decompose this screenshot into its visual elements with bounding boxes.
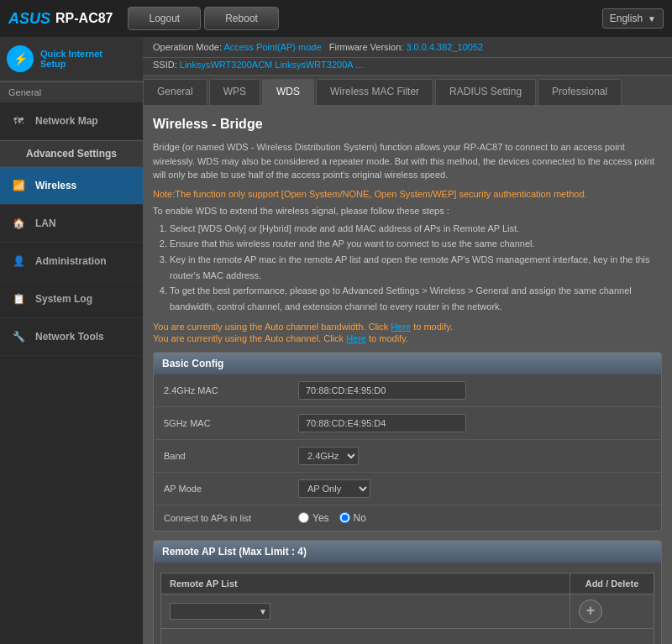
tab-general[interactable]: General	[143, 79, 207, 105]
tab-radius[interactable]: RADIUS Setting	[435, 79, 536, 105]
sidebar: ⚡ Quick Internet Setup General 🗺 Network…	[0, 37, 143, 644]
asus-logo: ASUS	[8, 10, 50, 28]
add-delete-cell: +	[570, 594, 654, 628]
lan-icon: 🏠	[8, 213, 29, 233]
connect-aps-value: Yes No	[298, 512, 651, 524]
tools-icon: 🔧	[8, 327, 29, 347]
connect-aps-row: Connect to APs in list Yes No	[154, 505, 661, 531]
connect-no-label: No	[354, 512, 366, 524]
remote-ap-table: Remote AP List Add / Delete	[160, 573, 654, 644]
col-remote-ap-list: Remote AP List	[161, 573, 570, 594]
connect-aps-label: Connect to APs in list	[164, 513, 298, 523]
step-2: Ensure that this wireless router and the…	[170, 236, 662, 252]
quick-setup-icon: ⚡	[7, 45, 34, 72]
admin-label: Administration	[35, 255, 107, 267]
chevron-down-icon: ▼	[648, 14, 656, 24]
tab-bar: General WPS WDS Wireless MAC Filter RADI…	[143, 76, 672, 107]
ap-mode-row: AP Mode AP Only WDS Only Hybrid	[154, 473, 661, 505]
mac-5ghz-label: 5GHz MAC	[164, 418, 298, 428]
steps-intro: To enable WDS to extend the wireless sig…	[153, 206, 662, 216]
connect-no-input[interactable]	[339, 512, 350, 523]
page-title: Wireless - Bridge	[153, 117, 662, 132]
ap-mode-label: AP Mode	[164, 484, 298, 494]
quick-setup[interactable]: ⚡ Quick Internet Setup	[0, 37, 143, 81]
mac-24ghz-value	[298, 381, 651, 400]
remote-ap-section: Remote AP List (Max Limit : 4) Remote AP…	[153, 540, 662, 644]
steps-list: Select [WDS Only] or [Hybrid] mode and a…	[170, 221, 662, 315]
connect-yes-label: Yes	[312, 512, 329, 524]
sidebar-item-wireless[interactable]: 📶 Wireless	[0, 167, 143, 205]
ap-select[interactable]	[170, 603, 270, 620]
layout: ⚡ Quick Internet Setup General 🗺 Network…	[0, 37, 672, 644]
admin-icon: 👤	[8, 251, 29, 271]
note-text: Note:The function only support [Open Sys…	[153, 189, 662, 199]
tab-mac-filter[interactable]: Wireless MAC Filter	[316, 79, 433, 105]
op-mode-link[interactable]: Access Point(AP) mode	[223, 42, 321, 52]
mac-24ghz-input[interactable]	[298, 381, 466, 400]
general-section: General	[0, 81, 143, 102]
band-value: 2.4GHz 5GHz	[298, 447, 651, 465]
sidebar-item-syslog[interactable]: 📋 System Log	[0, 280, 143, 318]
no-data-cell: No data in table.	[161, 628, 654, 644]
wifi-icon: 📶	[8, 175, 29, 196]
step-1: Select [WDS Only] or [Hybrid] mode and a…	[170, 221, 662, 237]
op-mode-label: Operation Mode:	[153, 42, 222, 52]
logo-area: ASUS RP-AC87	[8, 10, 113, 28]
sidebar-item-network-tools[interactable]: 🔧 Network Tools	[0, 318, 143, 356]
basic-config-header: Basic Config	[154, 353, 661, 374]
sidebar-item-admin[interactable]: 👤 Administration	[0, 243, 143, 280]
ssid-link[interactable]: LinksysWRT3200ACM LinksysWRT3200A ...	[180, 60, 363, 70]
lang-select[interactable]: English ▼	[602, 8, 664, 29]
plus-icon: +	[586, 602, 596, 620]
mac-5ghz-input[interactable]	[298, 414, 466, 432]
tab-wps[interactable]: WPS	[209, 79, 260, 105]
syslog-icon: 📋	[8, 289, 29, 309]
fw-label: Firmware Version:	[329, 42, 404, 52]
remote-ap-table-wrap: Remote AP List Add / Delete	[154, 563, 661, 644]
no-data-text: No data in table.	[170, 634, 645, 644]
fw-version-link[interactable]: 3.0.0.4.382_10052	[406, 42, 483, 52]
description-text: Bridge (or named WDS - Wireless Distribu…	[153, 140, 662, 182]
step-3: Key in the remote AP mac in the remote A…	[170, 252, 662, 283]
top-bar: ASUS RP-AC87 Logout Reboot English ▼	[0, 0, 672, 37]
ap-select-wrapper: ▼	[170, 603, 270, 620]
sidebar-item-lan[interactable]: 🏠 LAN	[0, 205, 143, 243]
ssid-bar: SSID: LinksysWRT3200ACM LinksysWRT3200A …	[143, 58, 672, 76]
step-4: To get the best performance, please go t…	[170, 283, 662, 314]
auto-bw-link[interactable]: Here	[391, 322, 411, 332]
band-label: Band	[164, 451, 298, 461]
no-data-row: No data in table.	[161, 628, 654, 644]
top-nav-btns: Logout Reboot	[128, 7, 278, 30]
main-content: Operation Mode: Access Point(AP) mode Fi…	[143, 37, 672, 644]
band-row: Band 2.4GHz 5GHz	[154, 440, 661, 473]
remote-ap-dropdown-cell: ▼	[161, 594, 570, 628]
mac-5ghz-value	[298, 414, 651, 432]
op-mode-bar: Operation Mode: Access Point(AP) mode Fi…	[143, 37, 672, 58]
mac-24ghz-label: 2.4GHz MAC	[164, 385, 298, 395]
content-area: Wireless - Bridge Bridge (or named WDS -…	[143, 107, 672, 644]
logout-button[interactable]: Logout	[128, 7, 201, 30]
remote-ap-input-row: ▼ +	[161, 594, 654, 628]
wireless-label: Wireless	[35, 180, 76, 191]
basic-config-section: Basic Config 2.4GHz MAC 5GHz MAC Band	[153, 352, 662, 531]
network-map-label: Network Map	[35, 115, 98, 127]
tab-wds[interactable]: WDS	[262, 79, 314, 105]
syslog-label: System Log	[35, 293, 92, 305]
network-tools-label: Network Tools	[35, 331, 104, 343]
quick-setup-label: Quick Internet Setup	[40, 49, 102, 69]
ap-mode-select[interactable]: AP Only WDS Only Hybrid	[298, 479, 370, 498]
connect-yes-radio[interactable]: Yes	[298, 512, 329, 524]
add-ap-button[interactable]: +	[579, 599, 602, 623]
mac-5ghz-row: 5GHz MAC	[154, 407, 661, 440]
ap-mode-value: AP Only WDS Only Hybrid	[298, 479, 651, 498]
connect-yes-input[interactable]	[298, 512, 309, 523]
reboot-button[interactable]: Reboot	[204, 7, 279, 30]
tab-professional[interactable]: Professional	[538, 79, 622, 105]
auto-channel-note-1: You are currently using the Auto channel…	[153, 322, 662, 332]
mac-24ghz-row: 2.4GHz MAC	[154, 374, 661, 407]
band-select[interactable]: 2.4GHz 5GHz	[298, 447, 359, 465]
connect-no-radio[interactable]: No	[339, 512, 366, 524]
auto-ch-link[interactable]: Here	[346, 333, 366, 343]
sidebar-item-network-map[interactable]: 🗺 Network Map	[0, 102, 143, 140]
ssid-label: SSID:	[153, 60, 177, 70]
